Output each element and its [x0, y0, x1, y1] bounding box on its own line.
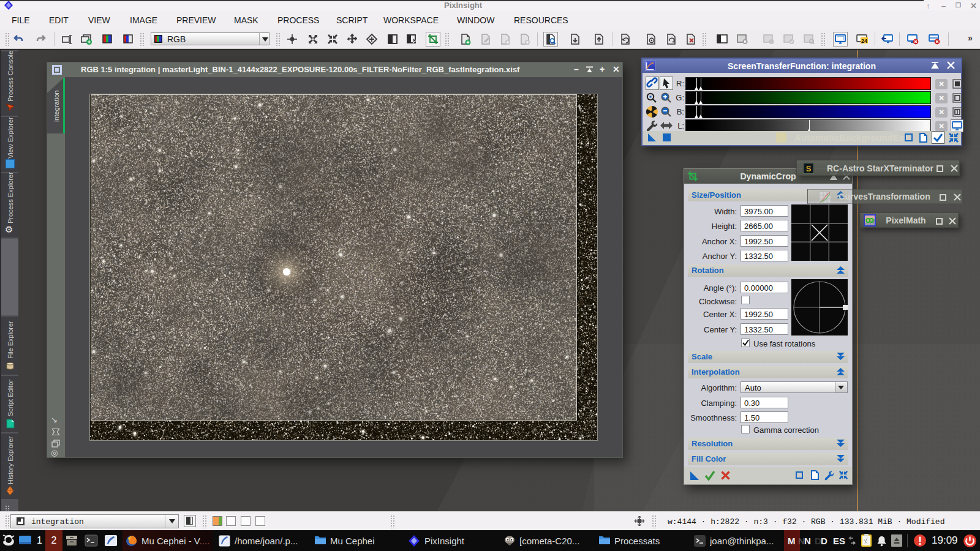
svg-text:24: 24 [861, 38, 867, 44]
